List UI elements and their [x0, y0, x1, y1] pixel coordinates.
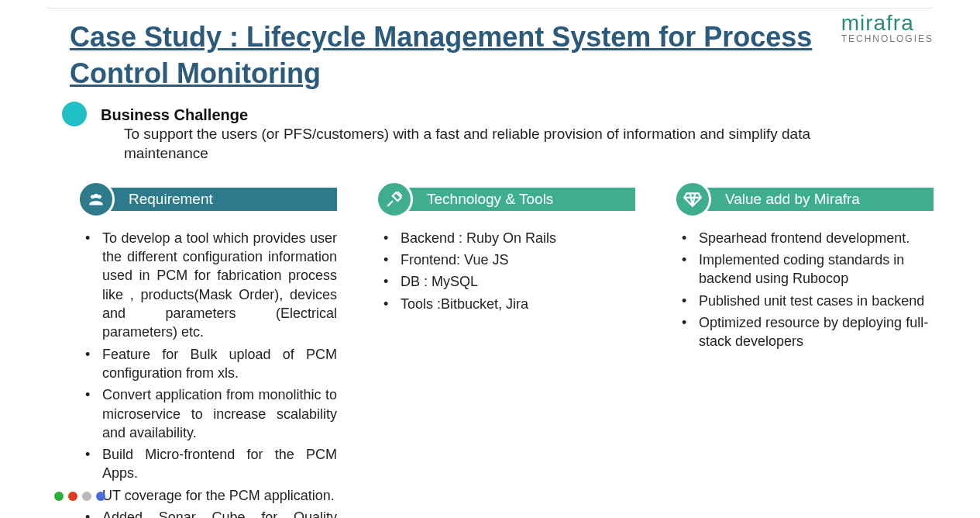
list-item: DB : MySQL — [382, 272, 635, 291]
list-item: Convert application from monolithic to m… — [84, 385, 337, 442]
challenge-desc: To support the users (or PFS/customers) … — [124, 124, 852, 164]
technology-list: Backend : Ruby On RailsFrontend: Vue JSD… — [368, 229, 635, 313]
challenge-bullet-icon — [62, 102, 87, 126]
list-item: Build Micro-frontend for the PCM Apps. — [84, 445, 337, 483]
list-item: Optimized resource by deploying full-sta… — [680, 313, 934, 351]
svg-point-2 — [94, 194, 98, 199]
columns: Requirement To develop a tool which prov… — [70, 184, 934, 518]
colhead-technology: Technology & Tools — [368, 184, 635, 215]
dot-red — [68, 492, 77, 501]
business-challenge: Business Challenge To support the users … — [70, 106, 934, 164]
dot-grey — [82, 492, 91, 501]
dot-blue — [96, 492, 105, 501]
value-list: Spearhead frontend development.Implement… — [666, 229, 934, 351]
list-item: Spearhead frontend development. — [680, 229, 934, 247]
brand-sub: TECHNOLOGIES — [841, 34, 934, 43]
top-rule — [46, 8, 934, 9]
footer-dots — [54, 492, 105, 501]
list-item: To develop a tool which provides user th… — [84, 229, 337, 342]
list-item: Tools :Bitbucket, Jira — [382, 295, 635, 313]
colhead-technology-label: Technology & Tools — [427, 191, 553, 208]
people-icon — [77, 181, 115, 218]
diamond-icon — [674, 181, 711, 218]
page-title: Case Study : Lifecycle Management System… — [70, 19, 844, 92]
tools-icon — [376, 181, 413, 218]
colhead-value: Value add by Mirafra — [666, 184, 934, 215]
list-item: Implemented coding standards in backend … — [680, 250, 934, 288]
col-value: Value add by Mirafra Spearhead frontend … — [666, 184, 934, 518]
list-item: Backend : Ruby On Rails — [382, 229, 635, 247]
dot-green — [54, 492, 64, 501]
colhead-requirement: Requirement — [70, 184, 337, 215]
colhead-value-label: Value add by Mirafra — [725, 191, 860, 208]
col-requirement: Requirement To develop a tool which prov… — [70, 184, 337, 518]
colhead-requirement-label: Requirement — [129, 191, 213, 208]
col-technology: Technology & Tools Backend : Ruby On Rai… — [368, 184, 635, 518]
brand-logo: mirafra TECHNOLOGIES — [841, 12, 934, 43]
list-item: Feature for Bulk upload of PCM configura… — [84, 345, 337, 383]
challenge-label: Business Challenge — [101, 106, 934, 124]
list-item: Frontend: Vue JS — [382, 250, 635, 269]
requirement-list: To develop a tool which provides user th… — [70, 229, 337, 518]
list-item: UT coverage for the PCM application. — [84, 486, 337, 505]
list-item: Added Sonar Cube for Quality Analysis. — [84, 508, 337, 518]
list-item: Published unit test cases in backend — [680, 292, 934, 310]
brand-name: mirafra — [841, 12, 934, 34]
